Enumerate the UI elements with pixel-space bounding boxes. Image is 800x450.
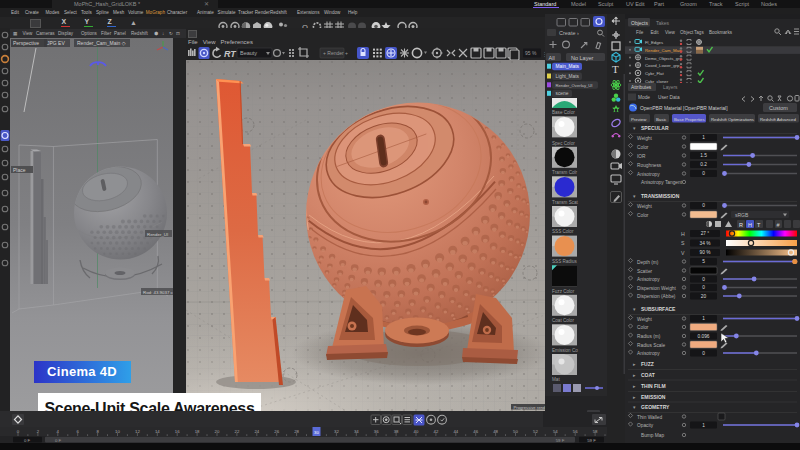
svg-text:Coat Color: Coat Color — [552, 318, 574, 323]
svg-text:0: 0 — [702, 285, 705, 290]
svg-text:Scatter: Scatter — [637, 269, 653, 274]
svg-text:Anisotropy Tangent: Anisotropy Tangent — [641, 180, 683, 185]
svg-text:+ Render +: + Render + — [323, 50, 348, 56]
svg-text:RT: RT — [224, 49, 237, 59]
svg-text:Object: Object — [680, 30, 694, 35]
svg-text:Beauty: Beauty — [240, 50, 257, 56]
svg-text:Dispersion (Abbe): Dispersion (Abbe) — [637, 294, 676, 299]
svg-text:Progressive rendering: Progressive rendering — [514, 405, 546, 410]
svg-text:Main_Mats: Main_Mats — [556, 64, 580, 69]
svg-text:R: R — [739, 222, 743, 228]
svg-text:Redshift Optimizations: Redshift Optimizations — [711, 117, 754, 122]
svg-text:Rod: 43.9037 cm: Rod: 43.9037 cm — [143, 290, 173, 295]
svg-text:No Layer: No Layer — [571, 55, 593, 61]
svg-text:Custom: Custom — [769, 105, 788, 111]
svg-text:H: H — [748, 222, 752, 228]
svg-text:20: 20 — [701, 294, 707, 299]
svg-text:Color: Color — [637, 213, 649, 218]
svg-text:Light_Mats: Light_Mats — [556, 74, 580, 79]
svg-text:Coord_Lower_grp: Coord_Lower_grp — [645, 63, 680, 68]
svg-text:Basic: Basic — [656, 117, 667, 122]
svg-text:Takes: Takes — [656, 20, 670, 26]
svg-text:COAT: COAT — [641, 372, 655, 378]
svg-text:Color: Color — [637, 325, 649, 330]
svg-text:TRANSMISSION: TRANSMISSION — [641, 193, 680, 199]
svg-text:Color: Color — [637, 145, 649, 150]
svg-text:Radius Scale: Radius Scale — [637, 343, 666, 348]
svg-text:Anisotropy: Anisotropy — [637, 277, 660, 282]
svg-text:Layers: Layers — [663, 85, 678, 90]
svg-text:0.096: 0.096 — [697, 334, 709, 339]
svg-text:scene: scene — [556, 91, 569, 96]
svg-text:Anisotropy: Anisotropy — [637, 172, 660, 177]
svg-text:90 %: 90 % — [700, 250, 712, 255]
svg-text:1.5: 1.5 — [700, 153, 707, 158]
svg-text:Fl_Edges: Fl_Edges — [645, 40, 663, 45]
svg-text:0: 0 — [702, 351, 705, 356]
svg-text:59 F: 59 F — [556, 438, 565, 443]
svg-text:1: 1 — [702, 316, 705, 321]
svg-text:1: 1 — [702, 423, 705, 428]
svg-text:27 °: 27 ° — [701, 231, 710, 236]
svg-text:T: T — [612, 63, 619, 75]
svg-text:Transm Colr: Transm Colr — [552, 170, 578, 175]
svg-text:Radius (m): Radius (m) — [637, 334, 661, 339]
svg-text:34 %: 34 % — [700, 241, 712, 246]
svg-text:IOR: IOR — [637, 154, 646, 159]
svg-text:Create ›: Create › — [559, 30, 579, 36]
svg-text:SUBSURFACE: SUBSURFACE — [641, 306, 676, 312]
svg-text:Place: Place — [13, 167, 26, 173]
svg-text:SPECULAR: SPECULAR — [641, 125, 669, 131]
svg-text:SSS Radius: SSS Radius — [552, 259, 577, 264]
svg-text:Preview: Preview — [631, 117, 647, 122]
svg-text:Render_Cam_Main ◇: Render_Cam_Main ◇ — [77, 40, 126, 46]
svg-text:0: 0 — [702, 171, 705, 176]
svg-text:GEOMETRY: GEOMETRY — [641, 404, 670, 410]
svg-text:1: 1 — [702, 135, 705, 140]
svg-text:Mat: Mat — [552, 377, 560, 382]
svg-text:Transm Scat: Transm Scat — [552, 200, 579, 205]
svg-text:S: S — [681, 240, 685, 246]
svg-text:30: 30 — [314, 430, 319, 435]
svg-text:0 F: 0 F — [24, 438, 31, 443]
svg-text:EMISSION: EMISSION — [641, 394, 666, 400]
svg-text:All: All — [549, 55, 555, 61]
svg-text:Emission Co: Emission Co — [552, 348, 578, 353]
svg-text:SSS Color: SSS Color — [552, 229, 574, 234]
svg-text:Roughness: Roughness — [637, 163, 662, 168]
svg-text:View: View — [665, 30, 676, 35]
svg-text:JPG EV: JPG EV — [47, 40, 65, 46]
svg-text:Anisotropy: Anisotropy — [637, 351, 660, 356]
svg-text:5: 5 — [702, 259, 705, 264]
svg-text:Dispersion Weight: Dispersion Weight — [637, 286, 677, 291]
svg-text:Base Color: Base Color — [552, 110, 575, 115]
svg-text:Edit: Edit — [651, 30, 660, 35]
svg-text:Thin Walled: Thin Walled — [637, 415, 662, 420]
svg-text:V: V — [681, 250, 685, 256]
svg-text:Bump Map: Bump Map — [641, 433, 665, 438]
svg-text:0: 0 — [702, 203, 705, 208]
svg-text:Mode: Mode — [638, 95, 650, 100]
svg-text:Weight: Weight — [637, 136, 653, 141]
svg-text:0: 0 — [702, 277, 705, 282]
svg-text:Fuzz Color: Fuzz Color — [552, 289, 575, 294]
svg-text:FUZZ: FUZZ — [641, 361, 654, 367]
svg-text:sRGB: sRGB — [735, 212, 749, 218]
svg-text:Redshift Advanced: Redshift Advanced — [760, 117, 796, 122]
svg-text:Attributes: Attributes — [631, 85, 652, 90]
svg-text:Tags: Tags — [694, 30, 704, 35]
svg-text:Render_Overlay_UI: Render_Overlay_UI — [556, 83, 593, 88]
svg-text:59 F: 59 F — [587, 438, 596, 443]
svg-text:0.2: 0.2 — [700, 162, 707, 167]
svg-text:Opacity: Opacity — [637, 423, 654, 428]
svg-text:Demo_Objects_grp: Demo_Objects_grp — [645, 56, 683, 61]
svg-text:User Data: User Data — [658, 95, 680, 100]
svg-text:H: H — [681, 231, 685, 237]
svg-text:Render_Cam_Main: Render_Cam_Main — [645, 48, 683, 53]
svg-text:Depth (m): Depth (m) — [637, 260, 659, 265]
svg-text:Bookmarks: Bookmarks — [709, 30, 733, 35]
svg-text:Spec Color: Spec Color — [552, 141, 575, 146]
svg-text:Weight: Weight — [637, 317, 653, 322]
svg-text:95 %: 95 % — [525, 50, 537, 56]
svg-text:OpenPBR Material [OpenPBR Mate: OpenPBR Material [OpenPBR Material] — [640, 105, 728, 111]
